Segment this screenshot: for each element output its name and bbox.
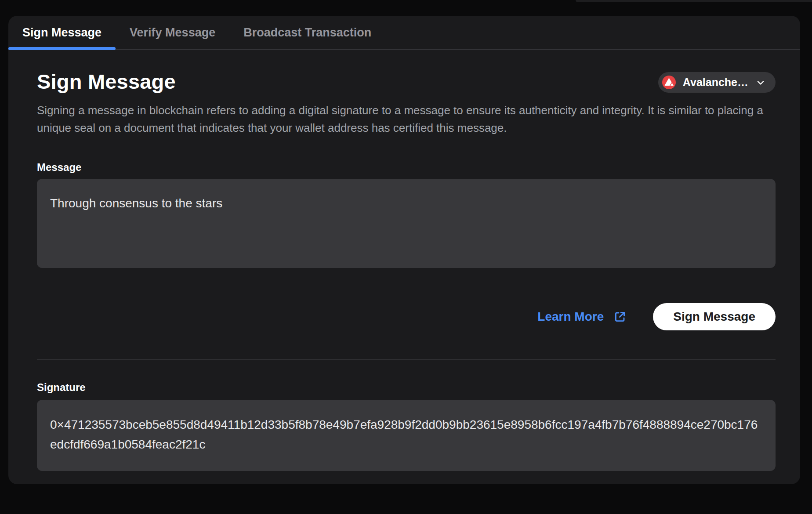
actions-row: Learn More Sign Message <box>37 303 776 330</box>
tab-broadcast-transaction-label: Broadcast Transaction <box>243 26 371 40</box>
sign-message-button[interactable]: Sign Message <box>653 303 776 330</box>
network-selector-dropdown[interactable]: Avalanche… <box>658 72 776 93</box>
tab-sign-message[interactable]: Sign Message <box>8 16 116 49</box>
network-label: Avalanche… <box>683 76 748 89</box>
chevron-down-icon <box>755 77 766 88</box>
sign-message-card: Sign Message Verify Message Broadcast Tr… <box>8 16 800 484</box>
message-input[interactable]: Through consensus to the stars <box>37 179 776 268</box>
message-label: Message <box>37 161 776 174</box>
learn-more-link[interactable]: Learn More <box>537 310 627 324</box>
page-title: Sign Message <box>37 69 176 94</box>
header-row: Sign Message Avalanche… <box>37 69 776 94</box>
description-text: Signing a message in blockchain refers t… <box>37 101 776 137</box>
learn-more-label: Learn More <box>537 310 604 324</box>
card-content: Sign Message Avalanche… <box>8 69 800 471</box>
avalanche-icon <box>662 76 676 89</box>
tab-verify-message[interactable]: Verify Message <box>116 16 229 49</box>
signature-label: Signature <box>37 381 776 394</box>
cropped-overlay-edge <box>576 0 812 2</box>
section-divider <box>37 359 776 360</box>
tab-broadcast-transaction[interactable]: Broadcast Transaction <box>229 16 385 49</box>
tab-verify-message-label: Verify Message <box>130 26 215 40</box>
external-link-icon <box>613 310 627 323</box>
tab-sign-message-label: Sign Message <box>22 26 102 40</box>
signature-value: 0×471235573bceb5e855d8d49411b12d33b5f8b7… <box>37 400 776 471</box>
tab-bar: Sign Message Verify Message Broadcast Tr… <box>8 16 800 50</box>
